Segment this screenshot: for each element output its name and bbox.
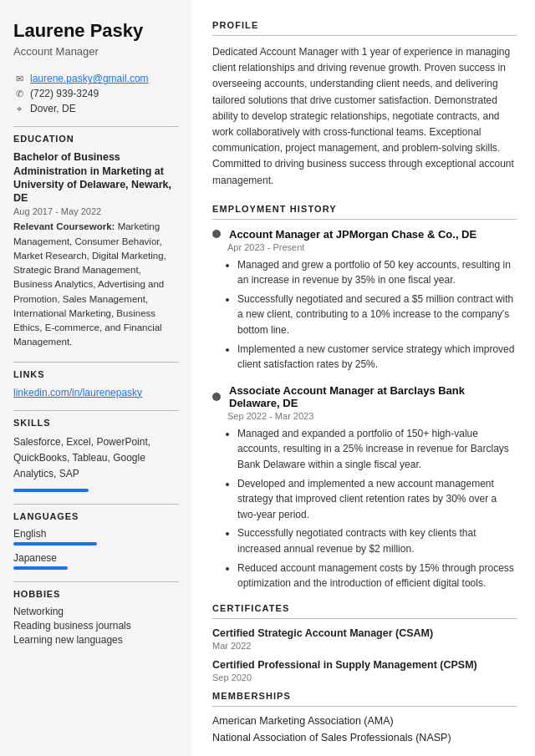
right-column: Profile Dedicated Account Manager with 1… <box>192 0 535 756</box>
language-japanese-bar <box>13 566 68 570</box>
certificates-hr <box>212 618 517 619</box>
job-1-title: Account Manager at JPMorgan Chase & Co.,… <box>212 228 517 241</box>
skills-section-title: Skills <box>13 418 179 428</box>
phone-icon: ✆ <box>13 89 25 99</box>
job-2-title: Associate Account Manager at Barclays Ba… <box>212 384 517 409</box>
job-1-title-text: Account Manager at JPMorgan Chase & Co.,… <box>229 228 476 241</box>
language-english-bar <box>13 542 97 545</box>
education-coursework: Relevant Coursework: Marketing Managemen… <box>13 220 179 349</box>
certificates-section-title: Certificates <box>212 603 517 613</box>
languages-section-title: Languages <box>13 511 179 521</box>
employment-section-title: Employment History <box>212 204 517 214</box>
job-2-bullet-3: Successfully negotiated contracts with k… <box>237 525 517 556</box>
coursework-label: Relevant Coursework: <box>13 221 118 231</box>
education-degree: Bachelor of Business Administration in M… <box>13 150 179 205</box>
coursework-text: Marketing Management, Consumer Behavior,… <box>13 221 166 347</box>
links-divider <box>13 362 179 363</box>
hobby-1: Networking <box>13 606 179 617</box>
phone-number: (722) 939-3249 <box>30 88 99 99</box>
skills-text: Salesforce, Excel, PowerPoint, QuickBook… <box>13 434 179 483</box>
linkedin-link[interactable]: linkedin.com/in/laurenepasky <box>13 387 142 398</box>
email-icon: ✉ <box>13 74 25 84</box>
cert-2-name: Certified Professional in Supply Managem… <box>212 659 517 671</box>
candidate-name: Laurene Pasky <box>13 20 179 42</box>
email-contact: ✉ laurene.pasky@gmail.com <box>13 73 179 84</box>
job-2-date: Sep 2022 - Mar 2023 <box>227 411 517 421</box>
linkedin-link-container: linkedin.com/in/laurenepasky <box>13 386 179 398</box>
cert-1-date: Mar 2022 <box>212 641 517 651</box>
job-2-bullet-1: Managed and expanded a portfolio of 150+… <box>237 426 517 473</box>
membership-1: American Marketing Association (AMA) <box>212 715 517 727</box>
skills-bar <box>13 489 89 492</box>
language-japanese: Japanese <box>13 552 179 564</box>
job-2-bullet-4: Reduced account management costs by 15% … <box>237 561 517 591</box>
job-1-dot <box>212 230 221 238</box>
education-divider <box>13 126 179 127</box>
hobby-2: Reading business journals <box>13 620 179 632</box>
memberships-section-title: Memberships <box>212 691 517 701</box>
location-contact: ⌖ Dover, DE <box>13 103 179 114</box>
job-1-bullet-3: Implemented a new customer service strat… <box>237 342 517 373</box>
job-1-bullet-2: Successfully negotiated and secured a $5… <box>237 292 517 338</box>
memberships-hr <box>212 706 517 707</box>
candidate-title: Account Manager <box>13 45 179 58</box>
job-2-bullet-2: Developed and implemented a new account … <box>237 476 517 523</box>
hobbies-divider <box>13 581 179 582</box>
profile-text: Dedicated Account Manager with 1 year of… <box>212 44 517 189</box>
profile-hr <box>212 35 517 36</box>
job-1-date: Apr 2023 - Present <box>227 242 517 252</box>
cert-1-name: Certified Strategic Account Manager (CSA… <box>212 627 517 639</box>
profile-section-title: Profile <box>212 20 517 30</box>
left-column: Laurene Pasky Account Manager ✉ laurene.… <box>0 0 192 756</box>
languages-divider <box>13 504 179 505</box>
location-icon: ⌖ <box>13 104 25 114</box>
employment-hr <box>212 219 517 220</box>
job-1-bullets: Managed and grew a portfolio of 50 key a… <box>237 257 517 373</box>
education-section-title: Education <box>13 134 179 144</box>
education-date: Aug 2017 - May 2022 <box>13 206 179 216</box>
skills-divider <box>13 410 179 411</box>
hobbies-section-title: Hobbies <box>13 589 179 599</box>
location-text: Dover, DE <box>30 103 76 114</box>
phone-contact: ✆ (722) 939-3249 <box>13 88 179 99</box>
links-section-title: Links <box>13 369 179 379</box>
language-english: English <box>13 528 179 540</box>
job-2-dot <box>212 393 221 401</box>
cert-2-date: Sep 2020 <box>212 672 517 682</box>
hobby-3: Learning new languages <box>13 634 179 646</box>
email-link[interactable]: laurene.pasky@gmail.com <box>30 73 149 84</box>
job-2-title-text: Associate Account Manager at Barclays Ba… <box>229 384 517 409</box>
job-2-bullets: Managed and expanded a portfolio of 150+… <box>237 426 517 591</box>
membership-2: National Association of Sales Profession… <box>212 732 517 743</box>
job-1-bullet-1: Managed and grew a portfolio of 50 key a… <box>237 257 517 288</box>
